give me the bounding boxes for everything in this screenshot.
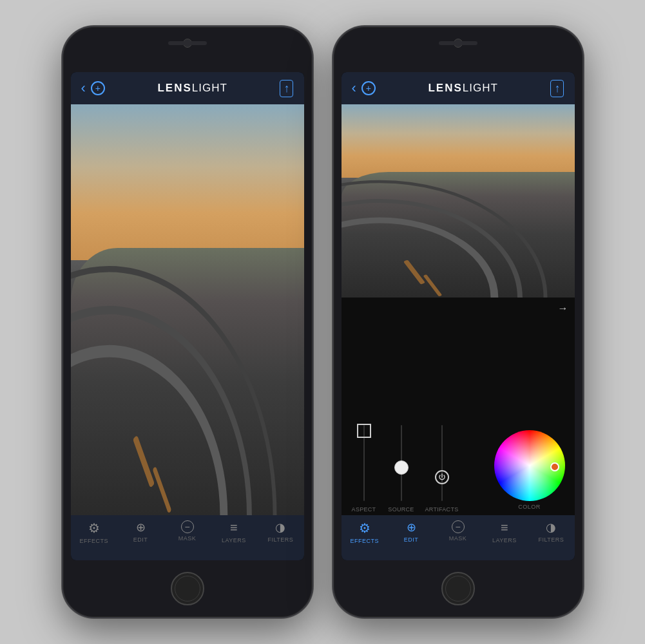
left-toolbar-layers[interactable]: ≡ LAYERS — [211, 520, 257, 544]
right-photo-ramp-svg — [342, 153, 575, 298]
left-phone: ‹ + LENSLIGHT ↑ — [62, 26, 313, 618]
left-home-button[interactable] — [171, 572, 204, 605]
right-home-button[interactable] — [441, 572, 475, 605]
artifacts-slider-track[interactable] — [441, 425, 443, 501]
aspect-slider-track[interactable] — [363, 425, 365, 501]
right-layers-icon: ≡ — [501, 520, 508, 535]
color-wheel-container: COLOR — [491, 428, 568, 513]
left-layers-icon: ≡ — [230, 520, 238, 535]
right-app-header: ‹ + LENSLIGHT ↑ — [342, 72, 575, 104]
left-mask-label: MASK — [178, 535, 197, 542]
svg-rect-3 — [132, 435, 154, 488]
right-controls-panel: → ASPECT SOURCE — [342, 298, 575, 515]
left-photo-area — [71, 104, 304, 515]
right-filters-icon: ◑ — [546, 520, 556, 535]
left-toolbar-mask[interactable]: − MASK — [164, 520, 210, 542]
svg-rect-4 — [152, 466, 171, 513]
right-app-title: LENSLIGHT — [428, 82, 497, 95]
left-effects-label: EFFECTS — [79, 538, 108, 544]
right-zoom-button[interactable]: + — [361, 81, 376, 95]
right-toolbar-filters[interactable]: ◑ FILTERS — [528, 520, 574, 543]
left-toolbar-edit[interactable]: ⊕ EDIT — [117, 520, 164, 543]
left-photo-ramp-svg — [71, 207, 304, 516]
svg-rect-9 — [423, 274, 442, 297]
right-mask-icon: − — [452, 520, 465, 533]
right-bottom-toolbar: ⚙ EFFECTS ⊕ EDIT − MASK ≡ LAYERS ◑ FILTE… — [342, 515, 575, 560]
right-header-left-icons[interactable]: ‹ + — [352, 80, 376, 97]
aspect-label: ASPECT — [352, 506, 376, 513]
left-app-title: LENSLIGHT — [157, 82, 227, 95]
aspect-slider-col: ASPECT — [348, 422, 380, 513]
speaker — [168, 41, 207, 45]
left-back-button[interactable]: ‹ — [81, 80, 86, 97]
color-wheel-wrapper[interactable] — [494, 430, 565, 501]
left-phone-screen: ‹ + LENSLIGHT ↑ — [71, 72, 304, 560]
left-share-button[interactable]: ↑ — [280, 80, 293, 97]
right-layers-label: LAYERS — [492, 537, 517, 544]
left-layers-label: LAYERS — [222, 537, 246, 544]
left-effects-icon: ⚙ — [88, 520, 100, 536]
right-speaker — [439, 41, 477, 45]
source-slider-col: SOURCE — [385, 422, 418, 513]
right-toolbar-edit[interactable]: ⊕ EDIT — [388, 520, 434, 543]
left-edit-icon: ⊕ — [136, 520, 146, 535]
left-toolbar-effects[interactable]: ⚙ EFFECTS — [71, 520, 117, 544]
left-app-header: ‹ + LENSLIGHT ↑ — [71, 72, 304, 104]
svg-point-5 — [342, 220, 494, 298]
right-back-button[interactable]: ‹ — [352, 80, 356, 97]
right-mask-label: MASK — [449, 535, 467, 542]
right-effects-icon: ⚙ — [359, 520, 371, 536]
right-toolbar-layers[interactable]: ≡ LAYERS — [481, 520, 528, 544]
right-photo-area — [342, 104, 575, 298]
left-mask-icon: − — [181, 520, 194, 533]
left-header-left-icons[interactable]: ‹ + — [81, 80, 105, 97]
right-toolbar-mask[interactable]: − MASK — [434, 520, 481, 542]
artifacts-thumb — [435, 470, 449, 484]
left-filters-label: FILTERS — [267, 536, 293, 543]
controls-arrow: → — [558, 303, 568, 314]
right-edit-icon: ⊕ — [407, 520, 416, 535]
aspect-icon — [357, 424, 371, 438]
svg-rect-8 — [403, 260, 425, 285]
svg-point-0 — [71, 351, 224, 515]
left-toolbar-filters[interactable]: ◑ FILTERS — [257, 520, 303, 543]
artifacts-slider-col: ARTIFACTS — [423, 422, 461, 513]
right-phone-screen: ‹ + LENSLIGHT ↑ — [342, 72, 575, 560]
sliders-row: ASPECT SOURCE — [342, 303, 575, 515]
svg-point-2 — [71, 269, 275, 515]
right-share-button[interactable]: ↑ — [550, 80, 564, 97]
right-filters-label: FILTERS — [538, 536, 564, 543]
color-wheel-label: COLOR — [518, 504, 541, 510]
right-photo-background — [342, 104, 575, 298]
left-zoom-button[interactable]: + — [91, 81, 105, 95]
right-phone: ‹ + LENSLIGHT ↑ — [332, 26, 584, 618]
left-filters-icon: ◑ — [275, 520, 285, 535]
artifacts-label: ARTIFACTS — [425, 506, 458, 513]
source-label: SOURCE — [388, 506, 414, 513]
right-toolbar-effects[interactable]: ⚙ EFFECTS — [342, 520, 388, 544]
source-slider-track[interactable] — [401, 425, 402, 501]
left-bottom-toolbar: ⚙ EFFECTS ⊕ EDIT − MASK ≡ LAYERS ◑ FILTE… — [71, 515, 304, 560]
right-effects-label: EFFECTS — [350, 538, 379, 544]
right-edit-label: EDIT — [404, 536, 419, 543]
left-edit-label: EDIT — [133, 536, 148, 543]
power-icon — [438, 473, 446, 481]
color-wheel-dot — [550, 462, 559, 471]
left-photo-background — [71, 104, 304, 515]
source-thumb — [394, 460, 409, 475]
svg-point-7 — [342, 182, 546, 298]
